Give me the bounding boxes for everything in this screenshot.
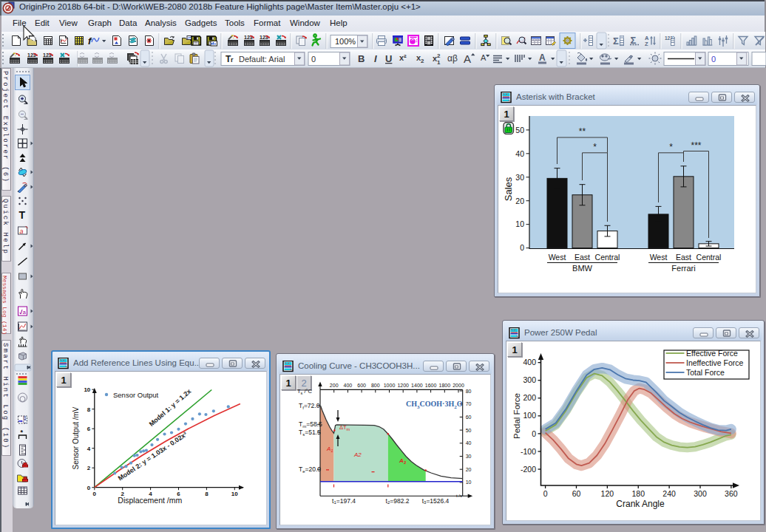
svg-text:400: 400 <box>344 383 353 388</box>
svg-text:Central: Central <box>696 253 722 262</box>
svg-text:50: 50 <box>515 126 524 134</box>
svg-text:Ineffective Force: Ineffective Force <box>686 358 744 367</box>
svg-text:*: * <box>669 142 673 152</box>
svg-text:300: 300 <box>523 375 536 384</box>
svg-text:8: 8 <box>205 491 209 497</box>
svg-text:50: 50 <box>466 428 472 433</box>
svg-text:T: T <box>19 209 26 221</box>
svg-text:180: 180 <box>631 489 645 498</box>
svg-text:0: 0 <box>311 55 316 64</box>
svg-text:10: 10 <box>84 386 90 393</box>
svg-text:Ts /°C: Ts /°C <box>297 388 313 395</box>
svg-text:*: * <box>593 142 597 152</box>
svg-text:4: 4 <box>87 446 91 452</box>
svg-text:t3=1526.4: t3=1526.4 <box>422 497 450 505</box>
svg-text:-100: -100 <box>521 447 536 456</box>
svg-text:300: 300 <box>694 489 707 498</box>
svg-text:2: 2 <box>87 465 91 471</box>
svg-text:East: East <box>676 253 691 262</box>
svg-text:A: A <box>464 52 471 65</box>
svg-text:2000: 2000 <box>453 383 464 388</box>
svg-text:6: 6 <box>87 426 91 432</box>
svg-text:B: B <box>358 53 365 64</box>
svg-text:U: U <box>385 53 392 64</box>
svg-text:Crank Angle: Crank Angle <box>616 499 665 509</box>
svg-text:80: 80 <box>466 389 472 394</box>
svg-text:***: *** <box>691 140 701 151</box>
svg-text:800: 800 <box>371 383 380 388</box>
svg-text:2: 2 <box>421 58 424 64</box>
svg-text:200: 200 <box>330 383 339 388</box>
svg-text:Tf=72.0: Tf=72.0 <box>299 402 320 410</box>
svg-text:Ts=51.5: Ts=51.5 <box>299 429 321 437</box>
svg-text:Sales: Sales <box>503 177 514 201</box>
svg-text:αβ: αβ <box>447 53 458 64</box>
svg-text:0: 0 <box>93 491 97 497</box>
svg-text:Tm=58.5: Tm=58.5 <box>299 420 322 429</box>
svg-text:1400: 1400 <box>411 383 423 388</box>
svg-text:400: 400 <box>523 358 536 366</box>
svg-text:20: 20 <box>515 197 524 205</box>
svg-text:**: ** <box>579 126 586 137</box>
svg-text:30: 30 <box>515 173 524 182</box>
svg-text:360: 360 <box>725 489 738 498</box>
svg-text:40: 40 <box>466 440 472 446</box>
svg-text:I: I <box>374 53 377 64</box>
svg-text:60: 60 <box>466 415 472 420</box>
svg-text:0: 0 <box>532 429 536 438</box>
svg-text:10: 10 <box>466 480 472 485</box>
svg-text:t2=982.2: t2=982.2 <box>386 497 410 505</box>
svg-text:70: 70 <box>466 401 472 406</box>
svg-text:Displacement /mm: Displacement /mm <box>118 496 182 505</box>
svg-text:600: 600 <box>357 383 366 388</box>
svg-text:-200: -200 <box>521 465 536 474</box>
svg-text:200: 200 <box>523 393 536 402</box>
svg-text:120: 120 <box>601 489 614 498</box>
svg-text:West: West <box>549 253 566 262</box>
svg-text:A: A <box>539 52 546 63</box>
svg-text:10: 10 <box>231 491 238 497</box>
svg-text:0: 0 <box>520 243 524 252</box>
svg-text:0: 0 <box>87 485 91 491</box>
svg-text:8: 8 <box>87 406 91 413</box>
svg-text:Pedal Force: Pedal Force <box>512 393 521 439</box>
svg-text:x²: x² <box>399 53 407 62</box>
svg-text:East: East <box>574 253 590 262</box>
svg-text:r: r <box>231 56 234 64</box>
svg-text:2: 2 <box>437 52 441 59</box>
svg-text:100: 100 <box>523 411 536 420</box>
svg-text:Effective Force: Effective Force <box>686 349 738 358</box>
svg-text:a: a <box>23 309 27 316</box>
svg-text:20: 20 <box>466 467 472 472</box>
svg-text:40: 40 <box>515 149 524 158</box>
svg-text:A: A <box>481 53 487 62</box>
svg-text:0: 0 <box>543 489 548 498</box>
svg-text:1: 1 <box>437 59 441 66</box>
svg-text:Te=20.0: Te=20.0 <box>299 466 321 474</box>
svg-text:t1=197.4: t1=197.4 <box>332 497 356 505</box>
svg-text:30: 30 <box>466 454 472 459</box>
svg-text:240: 240 <box>662 489 676 498</box>
svg-text:C: C <box>23 419 27 424</box>
svg-text:1200: 1200 <box>397 383 409 388</box>
svg-text:West: West <box>650 253 668 262</box>
svg-text:1000: 1000 <box>384 383 396 388</box>
svg-text:a: a <box>20 228 24 235</box>
svg-text:Central: Central <box>595 253 620 262</box>
svg-text:A2: A2 <box>353 451 362 458</box>
svg-text:60: 60 <box>572 489 581 498</box>
svg-text:0: 0 <box>711 55 716 64</box>
svg-text:Model 2: y = 1.03x - 0.02x²: Model 2: y = 1.03x - 0.02x² <box>117 431 189 482</box>
svg-text:10: 10 <box>515 219 524 228</box>
svg-text:BMW: BMW <box>572 264 593 273</box>
svg-text:Sensor Output /mV: Sensor Output /mV <box>72 406 80 469</box>
svg-text:1600: 1600 <box>425 383 437 388</box>
svg-text:Total Force: Total Force <box>686 368 725 377</box>
svg-text:Default: Arial: Default: Arial <box>239 55 285 64</box>
svg-text:1800: 1800 <box>439 383 451 388</box>
svg-text:100%: 100% <box>335 37 356 46</box>
svg-text:Sensor Output: Sensor Output <box>113 391 159 399</box>
svg-text:Ferrari: Ferrari <box>671 264 695 273</box>
svg-text:t /s: t /s <box>456 494 462 498</box>
